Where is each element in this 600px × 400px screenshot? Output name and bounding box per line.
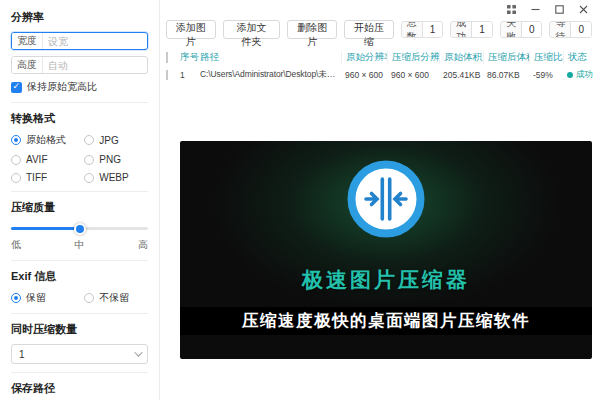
- cell-status: 成功: [563, 69, 595, 81]
- exif-keep-option[interactable]: 保留: [11, 291, 84, 305]
- header-status: 状态: [563, 51, 595, 64]
- quality-mid-label: 中: [75, 238, 85, 252]
- header-comp-size: 压缩后体积: [483, 51, 529, 64]
- concurrency-value: 1: [19, 349, 25, 360]
- radio-icon: [84, 173, 94, 183]
- header-orig-res: 原始分辨率: [341, 51, 387, 64]
- cell-ratio: -59%: [529, 70, 563, 80]
- header-path: 路径: [200, 51, 341, 64]
- resolution-section-title: 分辨率: [11, 10, 148, 25]
- slider-fill: [11, 227, 80, 230]
- exif-discard-option[interactable]: 不保留: [84, 291, 148, 305]
- cell-orig-size: 205.41KB: [439, 70, 483, 80]
- exif-section-title: Exif 信息: [11, 269, 148, 284]
- format-option-jpg[interactable]: JPG: [84, 133, 148, 147]
- add-image-button[interactable]: 添加图片: [166, 20, 216, 39]
- status-success-dot-icon: [567, 72, 573, 78]
- header-index: 序号: [180, 51, 200, 64]
- titlebar: [160, 0, 600, 14]
- height-input-group: 高度: [11, 56, 148, 74]
- banner-subtitle-strip: 压缩速度极快的桌面端图片压缩软件: [180, 307, 592, 335]
- radio-icon: [11, 293, 21, 303]
- cell-orig-res: 960 × 600: [341, 70, 387, 80]
- radio-icon: [11, 155, 21, 165]
- save-path-section-title: 保存路径: [11, 381, 148, 396]
- table-header: 序号 路径 原始分辨率 压缩后分辨率 原始体积 压缩后体积 压缩比率 状态: [166, 49, 595, 66]
- stat-success: 成功 1: [450, 21, 493, 38]
- quality-slider[interactable]: [11, 222, 148, 235]
- divider: [11, 102, 148, 103]
- divider: [11, 313, 148, 314]
- format-section-title: 转换格式: [11, 111, 148, 126]
- quality-slider-labels: 低 中 高: [11, 238, 148, 252]
- concurrency-section-title: 同时压缩数量: [11, 322, 148, 337]
- format-option-webp[interactable]: WEBP: [84, 172, 148, 183]
- chevron-down-icon: [134, 348, 142, 356]
- slider-thumb[interactable]: [74, 223, 86, 235]
- stats-bar: 总数 1 成功 1 失败 0 等待 0: [401, 21, 592, 38]
- select-all-checkbox[interactable]: [166, 52, 180, 63]
- divider: [11, 372, 148, 373]
- settings-sidebar: 分辨率 宽度 高度 保持原始宽高比 转换格式 原始格式 JPG AVIF PNG: [0, 0, 160, 400]
- maximize-icon[interactable]: [555, 5, 564, 14]
- cell-path: C:\Users\Administrator\Desktop\未标题-1.jpg: [200, 69, 341, 81]
- radio-icon: [84, 135, 94, 145]
- header-comp-res: 压缩后分辨率: [387, 51, 439, 64]
- main-panel: 添加图片 添加文件夹 删除图片 开始压缩 总数 1 成功 1 失败 0 等待 0: [160, 0, 600, 400]
- radio-icon: [11, 173, 21, 183]
- divider: [11, 260, 148, 261]
- format-radio-group: 原始格式 JPG AVIF PNG TIFF WEBP: [11, 133, 148, 183]
- checkbox-checked-icon: [11, 82, 22, 93]
- width-input-group: 宽度: [11, 32, 148, 50]
- add-folder-button[interactable]: 添加文件夹: [223, 20, 281, 39]
- height-input[interactable]: [43, 60, 147, 71]
- banner-title: 极速图片压缩器: [180, 266, 592, 294]
- radio-icon: [11, 135, 21, 145]
- image-preview-banner: 极速图片压缩器 压缩速度极快的桌面端图片压缩软件: [180, 141, 592, 359]
- format-option-original[interactable]: 原始格式: [11, 133, 84, 147]
- stat-waiting: 等待 0: [549, 21, 592, 38]
- file-table: 序号 路径 原始分辨率 压缩后分辨率 原始体积 压缩后体积 压缩比率 状态 1 …: [160, 49, 600, 84]
- header-ratio: 压缩比率: [529, 51, 563, 64]
- table-row[interactable]: 1 C:\Users\Administrator\Desktop\未标题-1.j…: [166, 66, 595, 84]
- height-label: 高度: [12, 57, 43, 73]
- quality-section-title: 压缩质量: [11, 200, 148, 215]
- close-icon[interactable]: [579, 5, 588, 14]
- compress-logo-icon: [346, 159, 426, 241]
- cell-index: 1: [180, 70, 200, 80]
- width-label: 宽度: [12, 33, 43, 49]
- row-checkbox[interactable]: [166, 70, 180, 80]
- width-input[interactable]: [43, 36, 147, 47]
- radio-icon: [84, 293, 94, 303]
- quality-high-label: 高: [138, 238, 148, 252]
- divider: [11, 191, 148, 192]
- format-option-png[interactable]: PNG: [84, 154, 148, 165]
- stat-failed: 失败 0: [500, 21, 543, 38]
- exif-radio-group: 保留 不保留: [11, 291, 148, 305]
- concurrency-select[interactable]: 1: [11, 344, 148, 364]
- quality-low-label: 低: [11, 238, 21, 252]
- apps-grid-icon[interactable]: [507, 5, 516, 14]
- radio-icon: [84, 155, 94, 165]
- format-option-tiff[interactable]: TIFF: [11, 172, 84, 183]
- start-compress-button[interactable]: 开始压缩: [344, 20, 394, 39]
- keep-aspect-ratio-checkbox[interactable]: 保持原始宽高比: [11, 80, 148, 94]
- toolbar: 添加图片 添加文件夹 删除图片 开始压缩 总数 1 成功 1 失败 0 等待 0: [160, 14, 600, 43]
- keep-aspect-ratio-label: 保持原始宽高比: [27, 80, 97, 94]
- stat-total: 总数 1: [401, 21, 444, 38]
- delete-image-button[interactable]: 删除图片: [287, 20, 337, 39]
- minimize-icon[interactable]: [531, 5, 540, 14]
- format-option-avif[interactable]: AVIF: [11, 154, 84, 165]
- cell-comp-size: 86.07KB: [483, 70, 529, 80]
- banner-subtitle: 压缩速度极快的桌面端图片压缩软件: [242, 310, 530, 332]
- cell-comp-res: 960 × 600: [387, 70, 439, 80]
- header-orig-size: 原始体积: [439, 51, 483, 64]
